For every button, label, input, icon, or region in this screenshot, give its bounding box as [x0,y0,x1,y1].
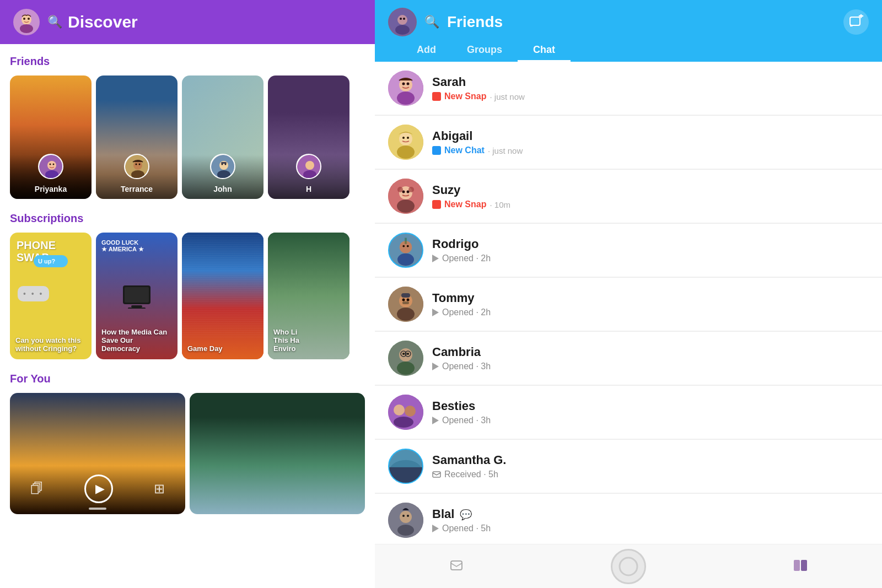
tommy-status: Opened · 2h [432,308,869,317]
svg-point-39 [402,83,405,85]
play-button[interactable]: ▶ [84,474,113,503]
bottom-nav [375,544,882,588]
for-you-card-2[interactable] [190,393,365,514]
svg-point-51 [397,187,403,192]
tabs-row: Add Groups Chat [388,37,869,62]
cambria-avatar [388,341,423,376]
blal-avatar [388,503,423,538]
user-avatar[interactable] [13,9,40,35]
tab-groups[interactable]: Groups [451,40,518,62]
snap-icon [448,557,465,574]
svg-point-45 [407,137,409,139]
friend-card-priyanka[interactable]: Priyanka [10,75,92,199]
priyanka-avatar [38,154,63,179]
sub-card-game-day[interactable]: Game Day [182,233,263,359]
abigail-status: New Chat · just now [432,145,869,155]
nav-icon-left[interactable] [448,557,465,576]
tab-chat[interactable]: Chat [518,40,571,62]
friend-card-h[interactable]: H [268,75,349,199]
abigail-status-label: New Chat [444,145,485,155]
cambria-status: Opened · 3h [432,362,869,371]
chat-item-samantha[interactable]: Samantha G. Received · 5h [375,440,882,493]
nav-icon-right[interactable] [792,557,809,576]
friends-search[interactable]: 🔍 Friends [424,13,843,31]
chat-item-sarah[interactable]: Sarah New Snap · just now [375,62,882,115]
svg-point-75 [394,404,405,416]
chat-item-blal[interactable]: Blal 💬 Opened · 5h [375,494,882,544]
john-name: John [182,185,263,193]
sub-card-nature[interactable]: Who LiThis HaEnviro [268,233,349,359]
abigail-chat-icon [432,146,441,155]
svg-rect-27 [128,308,146,309]
samantha-status: Received · 5h [432,470,869,479]
for-you-card-1[interactable]: 🗍 ▶ ⊞ [10,393,185,514]
svg-point-22 [305,161,314,170]
nature-caption: Who LiThis HaEnviro [273,328,344,353]
friends-title: Friends [447,13,503,31]
left-header: 🔍 Discover [0,0,375,44]
subscriptions-section: Subscriptions PHONESWAP U up? • • • Can … [10,212,365,359]
right-user-avatar[interactable] [388,8,417,36]
svg-point-2 [20,24,33,33]
svg-point-14 [139,164,141,165]
cambria-opened-icon [432,363,439,370]
discover-title: Discover [68,13,138,31]
stories-icon [792,557,809,574]
h-name: H [268,185,349,193]
chat-item-abigail[interactable]: Abigail New Chat · just now [375,116,882,169]
search-icon: 🔍 [47,15,62,29]
chat-item-besties[interactable]: Besties Opened · 3h [375,386,882,439]
for-you-title: For You [10,373,365,385]
sarah-snap-icon [432,92,441,101]
fy-icon-right: ⊞ [154,481,165,497]
tommy-avatar [388,287,423,322]
svg-point-62 [402,299,405,301]
sarah-time: · just now [490,92,524,101]
search-bar-left[interactable]: 🔍 Discover [47,13,362,31]
chat-item-cambria[interactable]: Cambria Opened · 3h [375,332,882,385]
svg-point-69 [402,353,405,355]
dots-bubble: • • • [18,286,49,301]
terrance-name: Terrance [96,185,178,193]
samantha-avatar [388,449,423,484]
gameday-bg: Game Day [182,233,263,359]
abigail-name: Abigail [432,129,869,143]
friend-card-terrance[interactable]: Terrance [96,75,178,199]
svg-rect-81 [433,472,440,477]
chat-item-suzy[interactable]: Suzy New Snap · 10m [375,170,882,223]
for-you-controls: 🗍 ▶ ⊞ [10,474,185,503]
suzy-status-label: New Snap [444,199,486,209]
blal-name: Blal 💬 [432,507,869,521]
blal-opened-icon [432,525,439,532]
svg-point-63 [407,299,410,301]
svg-point-85 [402,515,405,517]
tab-add[interactable]: Add [401,40,451,62]
svg-point-30 [395,25,410,35]
svg-point-43 [397,145,415,159]
besties-avatar [388,395,423,430]
chat-list: Sarah New Snap · just now [375,62,882,544]
svg-rect-20 [221,162,227,164]
friend-card-john[interactable]: John [182,75,263,199]
chat-item-tommy[interactable]: Tommy Opened · 2h [375,278,882,331]
svg-point-70 [407,353,409,355]
svg-point-38 [397,91,415,105]
camera-button[interactable] [611,549,646,584]
sub-card-phone-swap[interactable]: PHONESWAP U up? • • • Can you watch this… [10,233,92,359]
svg-point-61 [397,308,415,321]
svg-rect-26 [131,305,142,308]
suzy-avatar [388,179,423,214]
suzy-status: New Snap · 10m [432,199,869,209]
phone-swap-caption: Can you watch this without Cringing? [15,336,86,353]
priyanka-name: Priyanka [10,185,92,193]
sarah-name: Sarah [432,75,869,89]
svg-point-83 [400,511,412,523]
media-bg: GOOD LUCK★ AMERICA ★ How the Media Can S… [96,233,178,359]
svg-point-76 [405,406,416,417]
new-chat-button[interactable] [843,9,869,35]
chat-item-rodrigo[interactable]: Rodrigo Opened · 2h [375,224,882,277]
suzy-info: Suzy New Snap · 10m [432,183,869,209]
sub-card-media[interactable]: GOOD LUCK★ AMERICA ★ How the Media Can S… [96,233,178,359]
svg-point-9 [53,164,55,165]
svg-point-42 [399,132,412,145]
